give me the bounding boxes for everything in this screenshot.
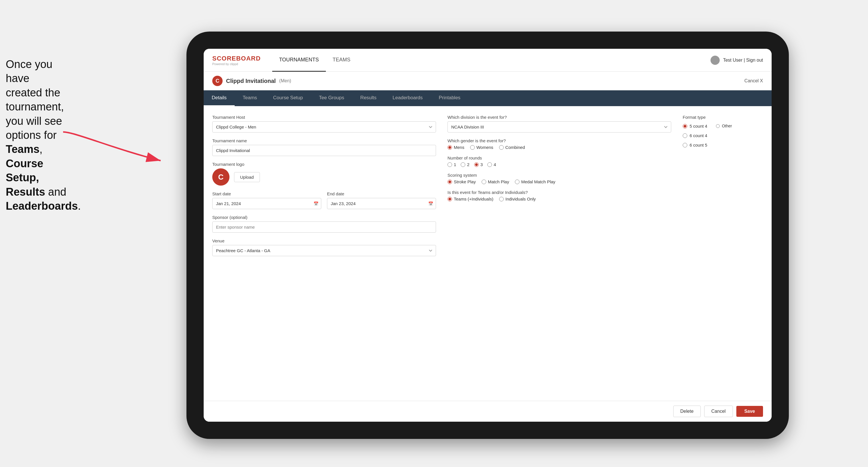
tab-details[interactable]: Details xyxy=(204,90,235,106)
tab-leaderboards[interactable]: Leaderboards xyxy=(385,90,431,106)
teams-radio[interactable] xyxy=(447,197,452,201)
tab-results[interactable]: Results xyxy=(352,90,385,106)
rounds-group: Number of rounds 1 2 xyxy=(447,155,671,167)
scoring-stroke[interactable]: Stroke Play xyxy=(447,179,476,184)
tab-teams[interactable]: Teams xyxy=(235,90,265,106)
scoring-stroke-label: Stroke Play xyxy=(454,179,476,184)
format-6count4[interactable]: 6 count 4 xyxy=(683,132,707,139)
logo-area: SCOREBOARD Powered by clippd xyxy=(212,55,261,66)
format-6count4-radio[interactable] xyxy=(683,133,687,138)
teams-group: Is this event for Teams and/or Individua… xyxy=(447,190,671,201)
gender-group: Which gender is the event for? Mens Wome… xyxy=(447,138,671,150)
division-group: Which division is the event for? NCAA Di… xyxy=(447,115,671,132)
format-other-radio[interactable] xyxy=(716,124,720,128)
tab-course-setup[interactable]: Course Setup xyxy=(265,90,311,106)
scoring-medal[interactable]: Medal Match Play xyxy=(515,179,555,184)
sponsor-input[interactable] xyxy=(212,221,436,232)
scoring-match-label: Match Play xyxy=(488,179,509,184)
venue-group: Venue Peachtree GC - Atlanta - GA xyxy=(212,238,436,256)
logo-sub: Powered by clippd xyxy=(212,62,261,66)
end-date-wrap: 📅 xyxy=(327,198,436,209)
logo-circle: C xyxy=(212,168,229,186)
gender-combined[interactable]: Combined xyxy=(499,145,525,150)
round-4-label: 4 xyxy=(494,162,496,167)
tournament-gender: (Men) xyxy=(279,78,291,84)
scoring-match[interactable]: Match Play xyxy=(482,179,509,184)
rounds-radio-group: 1 2 3 4 xyxy=(447,162,671,167)
tournament-icon: C xyxy=(212,76,223,86)
tablet-frame: SCOREBOARD Powered by clippd TOURNAMENTS… xyxy=(186,32,789,439)
format-group: Format type 5 count 4 6 count 4 xyxy=(683,115,763,149)
user-signin-text[interactable]: Test User | Sign out xyxy=(723,58,763,63)
format-5count4-label: 5 count 4 xyxy=(689,124,707,128)
save-button[interactable]: Save xyxy=(736,406,763,417)
gender-mens-label: Mens xyxy=(454,145,464,150)
gender-womens[interactable]: Womens xyxy=(470,145,493,150)
tab-printables[interactable]: Printables xyxy=(431,90,469,106)
tournament-title-area: C Clippd Invitational (Men) xyxy=(212,76,291,86)
round-3[interactable]: 3 xyxy=(474,162,483,167)
division-select[interactable]: NCAA Division III xyxy=(447,121,671,132)
scoring-label: Scoring system xyxy=(447,173,671,178)
format-options-container: 5 count 4 6 count 4 6 count 5 xyxy=(683,123,763,149)
nav-tournaments[interactable]: TOURNAMENTS xyxy=(272,49,326,72)
individuals-only[interactable]: Individuals Only xyxy=(499,196,536,201)
format-label: Format type xyxy=(683,115,763,120)
gender-womens-radio[interactable] xyxy=(470,145,475,150)
round-2[interactable]: 2 xyxy=(461,162,469,167)
teams-plus-individuals[interactable]: Teams (+Individuals) xyxy=(447,196,493,201)
cancel-button[interactable]: Cancel xyxy=(704,406,733,417)
teams-label: Is this event for Teams and/or Individua… xyxy=(447,190,671,195)
format-6count5[interactable]: 6 count 5 xyxy=(683,142,707,149)
format-5count4-radio[interactable] xyxy=(683,124,687,128)
gender-womens-label: Womens xyxy=(476,145,493,150)
format-other-label: Other xyxy=(722,124,732,128)
scoring-medal-radio[interactable] xyxy=(515,180,520,184)
round-4-radio[interactable] xyxy=(487,162,492,167)
gender-mens-radio[interactable] xyxy=(447,145,452,150)
scoring-stroke-radio[interactable] xyxy=(447,180,452,184)
main-content: Tournament Host Clippd College - Men Tou… xyxy=(204,106,772,422)
format-6count5-radio[interactable] xyxy=(683,143,687,148)
tournament-logo-group: Tournament logo C Upload xyxy=(212,162,436,186)
instructional-text: Once you havecreated thetournament,you w… xyxy=(0,52,80,219)
tournament-host-select[interactable]: Clippd College - Men xyxy=(212,121,436,132)
scoring-match-radio[interactable] xyxy=(482,180,486,184)
tournament-host-group: Tournament Host Clippd College - Men xyxy=(212,115,436,132)
round-3-radio[interactable] xyxy=(474,162,479,167)
tab-bar: Details Teams Course Setup Tee Groups Re… xyxy=(204,90,772,106)
individuals-radio[interactable] xyxy=(499,197,504,201)
round-1[interactable]: 1 xyxy=(447,162,456,167)
round-4[interactable]: 4 xyxy=(487,162,496,167)
division-label: Which division is the event for? xyxy=(447,115,671,120)
tournament-name: Clippd Invitational xyxy=(226,78,276,84)
round-1-radio[interactable] xyxy=(447,162,452,167)
venue-select[interactable]: Peachtree GC - Atlanta - GA xyxy=(212,245,436,256)
form-area: Tournament Host Clippd College - Men Tou… xyxy=(204,106,772,401)
tournament-logo-label: Tournament logo xyxy=(212,162,436,167)
logo-upload-area: C Upload xyxy=(212,168,436,186)
gender-radio-group: Mens Womens Combined xyxy=(447,145,671,150)
end-date-input[interactable] xyxy=(327,198,436,209)
start-date-icon: 📅 xyxy=(313,201,318,206)
round-2-radio[interactable] xyxy=(461,162,465,167)
start-date-input[interactable] xyxy=(212,198,321,209)
date-row: Start date 📅 End date 📅 xyxy=(212,191,436,209)
teams-radio-group: Teams (+Individuals) Individuals Only xyxy=(447,196,671,201)
venue-label: Venue xyxy=(212,238,436,243)
rounds-label: Number of rounds xyxy=(447,155,671,160)
delete-button[interactable]: Delete xyxy=(673,406,701,417)
tournament-name-input[interactable] xyxy=(212,145,436,156)
tab-tee-groups[interactable]: Tee Groups xyxy=(311,90,352,106)
gender-combined-radio[interactable] xyxy=(499,145,504,150)
right-column: Format type 5 count 4 6 count 4 xyxy=(683,115,763,392)
round-1-label: 1 xyxy=(454,162,456,167)
gender-mens[interactable]: Mens xyxy=(447,145,464,150)
tournament-bar: C Clippd Invitational (Men) Cancel X xyxy=(204,72,772,90)
round-2-label: 2 xyxy=(467,162,469,167)
upload-button[interactable]: Upload xyxy=(234,172,260,182)
format-5count4[interactable]: 5 count 4 xyxy=(683,123,707,130)
nav-teams[interactable]: TEAMS xyxy=(326,49,358,72)
gender-combined-label: Combined xyxy=(505,145,525,150)
cancel-top-button[interactable]: Cancel X xyxy=(744,78,763,84)
